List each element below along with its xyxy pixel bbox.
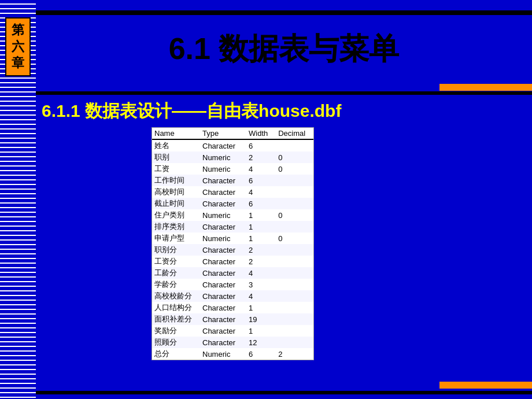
- table-cell: [276, 267, 313, 279]
- table-cell: Character: [200, 337, 246, 348]
- table-cell: 4: [246, 290, 276, 302]
- table-cell: 2: [276, 348, 313, 360]
- house-dbf-table: Name Type Width Decimal 姓名Character6职别Nu…: [152, 128, 313, 360]
- table-cell: Character: [200, 325, 246, 337]
- table-row: 高校校龄分Character4: [152, 290, 313, 302]
- table-cell: 职别分: [152, 244, 200, 256]
- col-header-name: Name: [152, 128, 200, 139]
- table-row: 职别Numeric20: [152, 152, 313, 163]
- main-content: 6.1 数据表与菜单 6.1.1 数据表设计——自由表house.dbf Nam…: [36, 0, 532, 399]
- table-cell: 工作时间: [152, 175, 200, 186]
- table-cell: Character: [200, 186, 246, 198]
- table-cell: 0: [276, 163, 313, 175]
- chapter-badge: 第 六 章: [5, 17, 31, 76]
- table-cell: Character: [200, 139, 246, 152]
- table-cell: Character: [200, 302, 246, 313]
- table-cell: 0: [276, 152, 313, 163]
- table-cell: 2: [246, 152, 276, 163]
- table-cell: Numeric: [200, 232, 246, 244]
- table-cell: 6: [246, 198, 276, 209]
- table-cell: Character: [200, 279, 246, 290]
- table-row: 工龄分Character4: [152, 267, 313, 279]
- table-cell: [276, 221, 313, 232]
- table-cell: Numeric: [200, 152, 246, 163]
- table-row: 申请户型Numeric10: [152, 232, 313, 244]
- table-row: 工资Numeric40: [152, 163, 313, 175]
- table-cell: 2: [246, 244, 276, 256]
- table-cell: 1: [246, 221, 276, 232]
- table-cell: 人口结构分: [152, 302, 200, 313]
- table-cell: 高校时间: [152, 186, 200, 198]
- table-cell: 排序类别: [152, 221, 200, 232]
- table-cell: 姓名: [152, 139, 200, 152]
- table-row: 总分Numeric62: [152, 348, 313, 360]
- table-row: 住户类别Numeric10: [152, 209, 313, 221]
- table-cell: 住户类别: [152, 209, 200, 221]
- subtitle: 6.1.1 数据表设计——自由表house.dbf: [42, 99, 527, 123]
- table-cell: [276, 279, 313, 290]
- table-cell: 2: [246, 256, 276, 267]
- table-cell: Character: [200, 198, 246, 209]
- orange-accent-bottom: [439, 382, 532, 389]
- table-cell: 工龄分: [152, 267, 200, 279]
- bottom-bar: [36, 391, 532, 394]
- table-cell: 1: [246, 325, 276, 337]
- table-cell: 申请户型: [152, 232, 200, 244]
- table-cell: 工资分: [152, 256, 200, 267]
- table-row: 高校时间Character4: [152, 186, 313, 198]
- table-cell: 6: [246, 175, 276, 186]
- table-cell: 0: [276, 232, 313, 244]
- data-table-container: Name Type Width Decimal 姓名Character6职别Nu…: [152, 127, 314, 360]
- table-cell: Character: [200, 267, 246, 279]
- table-cell: [276, 175, 313, 186]
- top-bar: [36, 10, 532, 15]
- table-cell: 1: [246, 232, 276, 244]
- table-cell: [276, 244, 313, 256]
- table-cell: 19: [246, 313, 276, 325]
- table-cell: 总分: [152, 348, 200, 360]
- table-cell: 12: [246, 337, 276, 348]
- table-cell: 0: [276, 209, 313, 221]
- table-row: 照顾分Character12: [152, 337, 313, 348]
- table-row: 人口结构分Character1: [152, 302, 313, 313]
- table-cell: [276, 290, 313, 302]
- table-cell: 工资: [152, 163, 200, 175]
- table-cell: Numeric: [200, 163, 246, 175]
- table-cell: 学龄分: [152, 279, 200, 290]
- table-cell: Character: [200, 290, 246, 302]
- table-cell: 照顾分: [152, 337, 200, 348]
- table-cell: [276, 139, 313, 152]
- table-cell: 3: [246, 279, 276, 290]
- table-row: 学龄分Character3: [152, 279, 313, 290]
- table-row: 职别分Character2: [152, 244, 313, 256]
- table-cell: [276, 337, 313, 348]
- table-cell: 6: [246, 139, 276, 152]
- table-row: 奖励分Character1: [152, 325, 313, 337]
- table-cell: [276, 325, 313, 337]
- title-section: 6.1 数据表与菜单: [36, 17, 532, 81]
- mid-bar: [36, 91, 532, 95]
- table-cell: [276, 186, 313, 198]
- table-cell: 1: [246, 302, 276, 313]
- table-cell: 4: [246, 186, 276, 198]
- table-cell: Character: [200, 175, 246, 186]
- table-cell: Character: [200, 313, 246, 325]
- table-cell: 6: [246, 348, 276, 360]
- table-cell: Character: [200, 256, 246, 267]
- table-row: 截止时间Character6: [152, 198, 313, 209]
- table-cell: Numeric: [200, 209, 246, 221]
- table-cell: 面积补差分: [152, 313, 200, 325]
- table-row: 排序类别Character1: [152, 221, 313, 232]
- left-sidebar: 第 六 章: [0, 0, 36, 399]
- table-cell: 1: [246, 209, 276, 221]
- table-cell: [276, 198, 313, 209]
- col-header-width: Width: [246, 128, 276, 139]
- table-row: 面积补差分Character19: [152, 313, 313, 325]
- main-title: 6.1 数据表与菜单: [169, 29, 400, 69]
- table-cell: Character: [200, 221, 246, 232]
- table-cell: 截止时间: [152, 198, 200, 209]
- table-cell: 奖励分: [152, 325, 200, 337]
- table-cell: Numeric: [200, 348, 246, 360]
- table-cell: 4: [246, 163, 276, 175]
- table-cell: Character: [200, 244, 246, 256]
